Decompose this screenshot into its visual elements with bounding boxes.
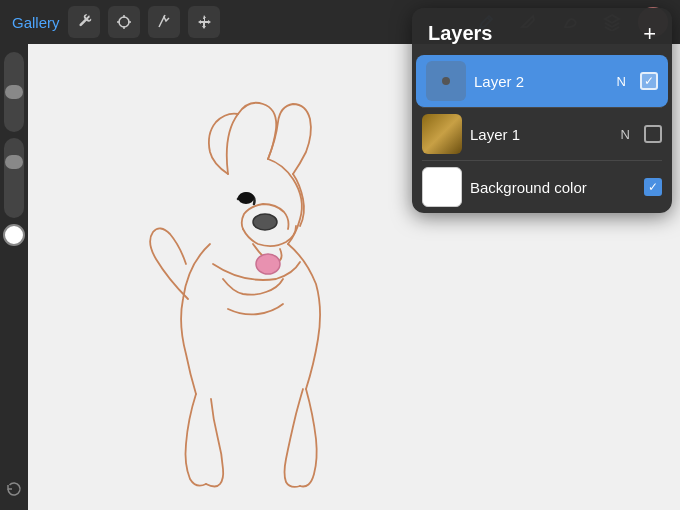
layer-visibility-checkbox[interactable]: ✓ xyxy=(640,72,658,90)
layer-row[interactable]: Background color ✓ xyxy=(412,161,672,213)
layer-blend-mode: N xyxy=(617,74,626,89)
wrench-tool-button[interactable] xyxy=(68,6,100,38)
layer-thumbnail xyxy=(422,114,462,154)
layer-row[interactable]: Layer 1 N xyxy=(412,108,672,160)
layer-thumbnail xyxy=(422,167,462,207)
opacity-slider[interactable] xyxy=(4,138,24,218)
brush-size-thumb xyxy=(5,85,23,99)
svg-point-8 xyxy=(256,254,280,274)
layer-thumbnail xyxy=(426,61,466,101)
layer-name: Layer 1 xyxy=(470,126,613,143)
brush-size-slider[interactable] xyxy=(4,52,24,132)
undo-button[interactable] xyxy=(5,480,23,502)
color-picker[interactable] xyxy=(3,224,25,246)
move-tool-button[interactable] xyxy=(188,6,220,38)
layer-thumb-content xyxy=(422,114,462,154)
layer-name: Layer 2 xyxy=(474,73,609,90)
checkmark-icon: ✓ xyxy=(648,181,658,193)
layer-thumb-content xyxy=(442,77,450,85)
layer-visibility-checkbox[interactable]: ✓ xyxy=(644,178,662,196)
left-sidebar xyxy=(0,44,28,510)
svg-point-0 xyxy=(119,17,129,27)
svg-point-7 xyxy=(238,192,254,204)
layers-title: Layers xyxy=(428,22,493,45)
layers-header: Layers + xyxy=(412,8,672,55)
gallery-button[interactable]: Gallery xyxy=(12,14,60,31)
layer-blend-mode: N xyxy=(621,127,630,142)
svg-point-6 xyxy=(253,214,277,230)
smudge-tool-button[interactable] xyxy=(148,6,180,38)
layers-panel: Layers + Layer 2 N ✓ Layer 1 N Backgroun… xyxy=(412,8,672,213)
layer-visibility-checkbox[interactable] xyxy=(644,125,662,143)
checkmark-icon: ✓ xyxy=(644,75,654,87)
layer-row[interactable]: Layer 2 N ✓ xyxy=(416,55,668,107)
opacity-thumb xyxy=(5,155,23,169)
add-layer-button[interactable]: + xyxy=(643,23,656,45)
adjust-tool-button[interactable] xyxy=(108,6,140,38)
toolbar-left: Gallery xyxy=(12,6,220,38)
layer-name: Background color xyxy=(470,179,636,196)
